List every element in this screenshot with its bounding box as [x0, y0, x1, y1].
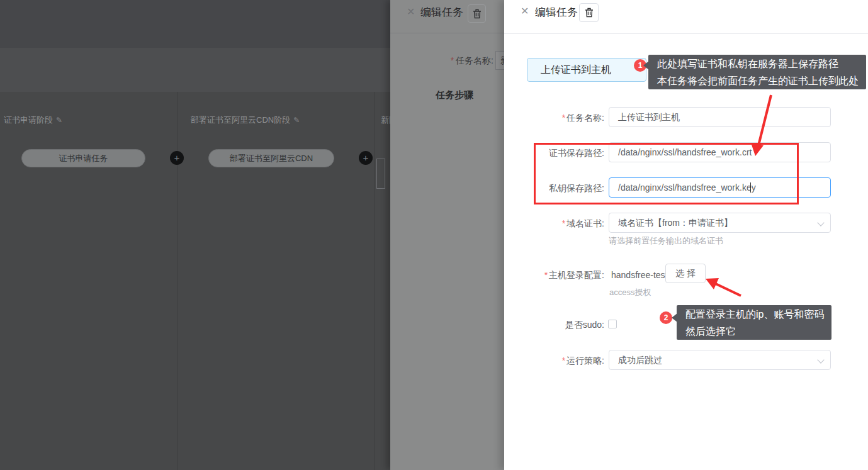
stage-title-3: 新阶段: [381, 115, 390, 126]
tooltip-line: 本任务将会把前面任务产生的证书上传到此处: [657, 72, 859, 89]
host-login-hint: access授权: [609, 287, 651, 298]
stage-title-text: 证书申请阶段: [4, 115, 53, 125]
trash-icon: [585, 8, 594, 18]
label-text: 主机登录配置:: [549, 270, 604, 280]
add-stage-button[interactable]: +: [359, 151, 373, 165]
stage-title-2: 部署证书至阿里云CDN阶段✎: [191, 115, 300, 126]
label-text: 任务名称:: [566, 113, 604, 123]
add-stage-button[interactable]: +: [170, 151, 184, 165]
annotation-highlight-rect: [534, 143, 799, 204]
stage-divider: [374, 92, 375, 470]
delete-task-button[interactable]: [468, 4, 486, 23]
delete-task-button[interactable]: [579, 3, 599, 22]
drawer-header-divider: [504, 33, 868, 34]
stage-divider: [177, 92, 178, 470]
annotation-badge-2: 2: [660, 311, 672, 324]
select-host-button[interactable]: 选 择: [665, 264, 706, 283]
task-name-input[interactable]: 上传证书到主机: [609, 107, 831, 127]
drawer-header-divider: [390, 33, 504, 33]
required-mark: *: [562, 218, 565, 228]
required-mark: *: [451, 55, 454, 65]
app-root: 证书申请阶段✎ 部署证书至阿里云CDN阶段✎ 新阶段 证书申请任务 + 部署证书…: [0, 0, 868, 470]
label-text: 运行策略:: [566, 355, 604, 366]
annotation-tooltip-2: 配置登录主机的ip、账号和密码 然后选择它: [677, 305, 831, 340]
annotation-tooltip-1: 此处填写证书和私钥在服务器上保存路径 本任务将会把前面任务产生的证书上传到此处: [648, 55, 866, 89]
selected-step-button[interactable]: 上传证书到主机: [527, 58, 646, 82]
tooltip-line: 配置登录主机的ip、账号和密码: [685, 306, 824, 323]
required-mark: *: [562, 113, 565, 123]
host-login-label: *主机登录配置:: [497, 270, 604, 281]
drawer-title: 编辑任务: [420, 5, 463, 20]
close-icon[interactable]: ✕: [521, 5, 529, 17]
sudo-checkbox[interactable]: [608, 320, 617, 328]
task-name-label-back: *任务名称:: [415, 55, 493, 67]
host-login-value: handsfree-test: [611, 270, 668, 280]
edit-task-drawer-back: [390, 0, 504, 470]
run-policy-select[interactable]: 成功后跳过: [609, 350, 831, 370]
stage-title-text: 部署证书至阿里云CDN阶段: [191, 115, 290, 125]
domain-cert-hint: 请选择前置任务输出的域名证书: [609, 235, 723, 247]
label-text: 域名证书:: [566, 218, 604, 228]
task-steps-heading: 任务步骤: [436, 89, 473, 101]
stage-title-text: 新阶段: [381, 115, 390, 125]
edit-stage-icon[interactable]: ✎: [293, 116, 300, 125]
label-text: 任务名称:: [456, 55, 493, 65]
required-mark: *: [544, 270, 548, 280]
task-name-label: *任务名称:: [497, 113, 604, 124]
tooltip-line: 然后选择它: [685, 323, 824, 340]
drawer-title: 编辑任务: [535, 5, 578, 20]
domain-cert-select[interactable]: 域名证书【from：申请证书】: [609, 213, 831, 233]
domain-cert-label: *域名证书:: [497, 218, 604, 230]
close-icon[interactable]: ✕: [407, 6, 415, 18]
stage-title-1: 证书申请阶段✎: [4, 115, 62, 126]
task-node-cert-request[interactable]: 证书申请任务: [21, 149, 145, 167]
sudo-label: 是否sudo:: [497, 320, 604, 331]
required-mark: *: [562, 355, 565, 366]
edit-stage-icon[interactable]: ✎: [56, 116, 62, 125]
tooltip-line: 此处填写证书和私钥在服务器上保存路径: [657, 55, 859, 72]
new-task-card-sliver: [376, 159, 385, 189]
run-policy-label: *运行策略:: [497, 355, 604, 367]
task-node-deploy-cdn[interactable]: 部署证书至阿里云CDN: [208, 149, 334, 167]
trash-icon: [473, 9, 482, 19]
